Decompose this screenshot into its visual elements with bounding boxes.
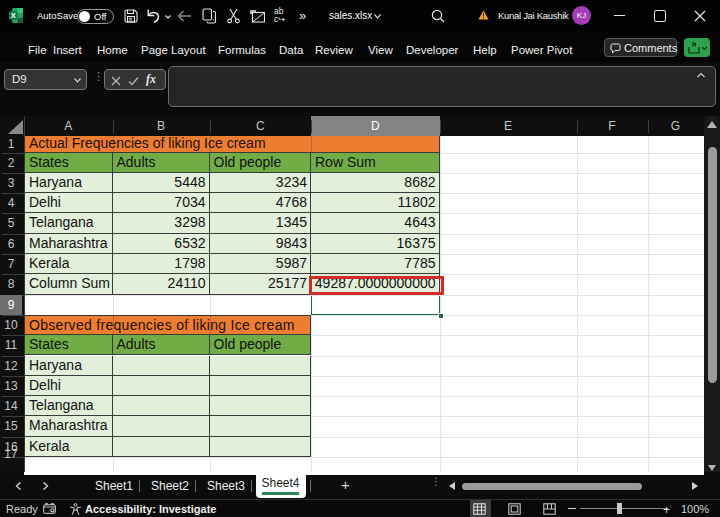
svg-text:X: X	[11, 11, 16, 20]
